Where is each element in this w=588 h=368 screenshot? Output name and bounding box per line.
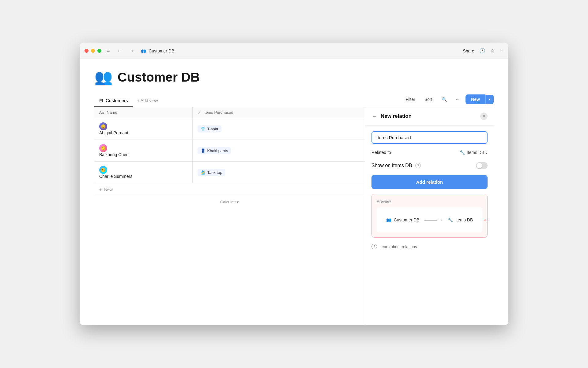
new-button[interactable]: New (466, 94, 485, 104)
tanktop-label: Tank top (207, 170, 222, 175)
plus-icon: + (99, 187, 102, 192)
table-row[interactable]: 😊 Abigail Pernaut 👕 T-shirt (94, 118, 365, 140)
tab-customers[interactable]: ⊞ Customers (94, 95, 133, 107)
calculate-chevron-icon: ▾ (237, 200, 239, 204)
tshirt-label: T-shirt (207, 127, 218, 131)
khaki-icon: 👖 (201, 148, 205, 153)
minimize-button[interactable] (91, 49, 95, 53)
cell-item-container: 👕 T-shirt (198, 125, 360, 132)
name-abigail: Abigail Pernaut (99, 130, 128, 135)
panel-body: Related to 🔧 Items DB › Show on Items DB… (365, 126, 494, 325)
panel-close-button[interactable]: ✕ (480, 113, 488, 120)
preview-to-label: Items DB (455, 217, 473, 222)
window-title: Customer DB (149, 48, 174, 53)
col-header-name: Aa Name (94, 107, 192, 118)
related-to-label: Related to (371, 150, 391, 155)
hamburger-icon[interactable]: ≡ (105, 47, 111, 55)
forward-button[interactable]: → (127, 47, 136, 55)
item-tag-tshirt[interactable]: 👕 T-shirt (198, 125, 221, 132)
preview-label: Preview (377, 199, 482, 204)
table-icon: ⊞ (99, 98, 103, 103)
show-on-toggle[interactable] (476, 162, 488, 169)
more-options-icon[interactable]: ··· (499, 48, 503, 54)
table-area: Aa Name ↗ Items Purchased 😊 (94, 107, 365, 325)
cell-item-container: 👖 Khaki pants (198, 147, 360, 154)
avatar: 😊 (99, 144, 107, 152)
side-panel: ← New relation ✕ Related to 🔧 Items DB › (365, 107, 494, 325)
preview-to-icon: 🔧 (448, 217, 453, 222)
panel-header: ← New relation ✕ (365, 107, 494, 126)
back-button[interactable]: ← (115, 47, 124, 55)
item-tag-tanktop[interactable]: 🎽 Tank top (198, 169, 225, 176)
col-name-label: Name (107, 110, 117, 115)
learn-help-icon: ? (371, 244, 377, 249)
add-new-row-button[interactable]: + New (94, 183, 365, 196)
cell-name-abigail: 😊 Abigail Pernaut (94, 118, 192, 140)
toolbar: ⊞ Customers + Add view Filter Sort 🔍 ···… (94, 94, 494, 107)
maximize-button[interactable] (97, 49, 101, 53)
related-to-value[interactable]: 🔧 Items DB › (460, 150, 488, 155)
preview-section: Preview 👥 Customer DB ——→ 🔧 Ite (371, 194, 488, 238)
search-icon[interactable]: 🔍 (439, 95, 450, 104)
show-on-help-icon[interactable]: ? (415, 163, 421, 168)
customers-table: Aa Name ↗ Items Purchased 😊 (94, 107, 365, 183)
calculate-button[interactable]: Calculate ▾ (94, 196, 365, 208)
preview-diagram: 👥 Customer DB ——→ 🔧 Items DB (377, 207, 482, 232)
app-window: ≡ ← → 👥 Customer DB Share 🕐 ☆ ··· 👥 Cust… (80, 43, 508, 325)
more-toolbar-icon[interactable]: ··· (453, 95, 463, 104)
avatar: 😊 (99, 166, 107, 174)
relation-name-input[interactable] (371, 131, 488, 144)
avatar: 😊 (99, 122, 107, 130)
page-title: Customer DB (118, 70, 200, 85)
items-db-label: Items DB (467, 150, 484, 155)
title-bar: ≡ ← → 👥 Customer DB Share 🕐 ☆ ··· (80, 43, 508, 59)
col-items-label: Items Purchased (203, 110, 233, 115)
table-row[interactable]: 😊 Charlie Summers 🎽 Tank top (94, 162, 365, 183)
chevron-right-icon: › (486, 150, 488, 155)
item-tag-khaki[interactable]: 👖 Khaki pants (198, 147, 231, 154)
preview-from-label: Customer DB (394, 217, 420, 222)
preview-from-icon: 👥 (386, 217, 391, 222)
cell-name-charlie: 😊 Charlie Summers (94, 162, 192, 183)
add-view-label: + Add view (137, 98, 158, 103)
cell-items-baizheng: 👖 Khaki pants (192, 140, 365, 162)
add-view-button[interactable]: + Add view (133, 95, 162, 106)
add-relation-button[interactable]: Add relation (371, 175, 488, 189)
title-bar-right: Share 🕐 ☆ ··· (463, 48, 503, 54)
items-db-icon: 🔧 (460, 150, 465, 155)
cell-item-container: 🎽 Tank top (198, 169, 360, 176)
calculate-label: Calculate (220, 200, 237, 204)
preview-arrow-icon: ——→ (424, 216, 443, 224)
content-area: 👥 Customer DB ⊞ Customers + Add view Fil… (80, 59, 508, 325)
show-on-row: Show on Items DB ? (371, 161, 488, 170)
window-title-area: 👥 Customer DB (141, 48, 174, 53)
history-icon[interactable]: 🕐 (479, 48, 485, 54)
close-button[interactable] (85, 49, 89, 53)
preview-from-db: 👥 Customer DB (386, 217, 420, 222)
main-layout: Aa Name ↗ Items Purchased 😊 (94, 107, 494, 325)
new-row-label: New (104, 187, 113, 192)
show-on-label: Show on Items DB ? (371, 163, 421, 169)
star-icon[interactable]: ☆ (490, 48, 495, 54)
traffic-lights (85, 49, 101, 53)
table-row[interactable]: 😊 Baizheng Chen 👖 Khaki pants (94, 140, 365, 162)
panel-back-button[interactable]: ← (371, 113, 377, 120)
preview-to-db: 🔧 Items DB (448, 217, 473, 222)
toolbar-right: Filter Sort 🔍 ··· New ▾ (403, 94, 494, 107)
related-to-row: Related to 🔧 Items DB › (371, 149, 488, 156)
cell-items-charlie: 🎽 Tank top (192, 162, 365, 183)
name-baizheng: Baizheng Chen (99, 152, 129, 157)
new-dropdown-arrow[interactable]: ▾ (485, 95, 494, 104)
tanktop-icon: 🎽 (201, 170, 205, 175)
tshirt-icon: 👕 (201, 127, 205, 131)
name-type-icon: Aa (99, 110, 104, 115)
tab-customers-label: Customers (106, 98, 128, 103)
learn-relations-link[interactable]: ? Learn about relations (371, 243, 488, 251)
share-button[interactable]: Share (463, 48, 474, 53)
name-charlie: Charlie Summers (99, 174, 132, 179)
filter-button[interactable]: Filter (403, 95, 418, 104)
khaki-label: Khaki pants (207, 148, 228, 153)
window-icon: 👥 (141, 48, 146, 53)
cell-items-abigail: 👕 T-shirt (192, 118, 365, 140)
sort-button[interactable]: Sort (421, 95, 435, 104)
